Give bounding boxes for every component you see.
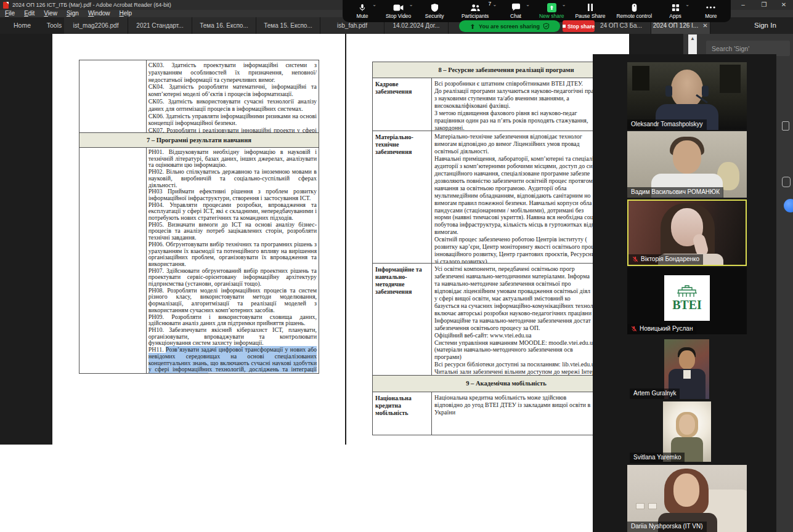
window-title: 2024 ОП 126 ІСТ_ІТБ (Mar).pdf - Adobe Ac… [12,0,171,10]
participant-name-label: Вадим Васильович РОМАНЮК [627,187,723,198]
pdf-paragraph: РН11. Розв’язувати задачі цифрової транс… [148,347,317,373]
pdf-paragraph: СК06. Здатність управляти інформаційними… [148,113,317,127]
close-button[interactable]: ✕ [776,0,792,10]
document-canvas: СК03. Здатність проектувати інформаційні… [0,34,683,532]
chevron-down-icon[interactable]: ⌄ [409,2,413,7]
apps-button[interactable]: ⌄ Apps [663,0,688,22]
ai-assistant-bubble-icon[interactable] [784,199,793,212]
table-cell-rn-results: РН01. Відшуковувати необхідну інформацію… [147,148,319,373]
menu-help[interactable]: Help [120,10,132,17]
table-section-header-8: 8 – Ресурсне забезпечення реалізації про… [373,62,629,78]
doc-tab[interactable]: Тема 15. Експо... [256,17,320,34]
screen-sharing-banner: You are screen sharing [459,20,560,32]
vertical-scrollbar[interactable]: ▲ [688,34,697,57]
share-screen-icon [547,2,556,12]
pdf-paragraph: РН04. Управляти процесами розробки, впро… [148,202,317,222]
chevron-down-icon[interactable]: ⌄ [685,2,689,7]
participant-video[interactable]: Вадим Васильович РОМАНЮК [627,131,747,198]
row-label: Кадрове забезпечення [373,78,432,131]
doc-tab[interactable]: ist_mag2206.pdf [64,17,128,34]
doc-tab[interactable]: Тема 16. Експо... [192,17,256,34]
pause-share-button[interactable]: Pause Share [575,0,605,22]
sharing-status-text: You are screen sharing [479,23,540,30]
security-button[interactable]: Security [422,0,447,22]
more-button[interactable]: More [699,0,723,22]
participant-face [673,140,701,174]
menu-file[interactable]: File [5,10,15,17]
zoom-video-panel: Oleksandr Tomashpolskyy Вадим Васильович… [593,54,776,532]
sign-in-button[interactable]: Sign In [754,17,776,34]
participant-face [679,414,695,435]
tool-panel-icon[interactable] [782,177,791,187]
picture-frame [632,66,649,91]
remote-control-button[interactable]: Remote control [616,0,652,22]
participant-name-label: Вікторія Бондаренко [628,254,703,265]
background-window-white-area [0,445,629,532]
button-label: Apps [669,13,681,19]
chevron-down-icon[interactable]: ⌄ [372,2,376,7]
participant-video[interactable]: Dariia Nyshporska (IT VN) [627,465,747,532]
row-label: Інформаційне та навчально-методичне забе… [373,264,432,375]
participant-video-active-speaker[interactable]: Вікторія Бондаренко [627,200,747,266]
mute-button[interactable]: ⌄ Mute [350,0,375,22]
restore-button[interactable]: ❐ [756,0,772,10]
chat-icon [511,2,521,12]
acrobat-app-icon [3,2,9,9]
minimize-button[interactable]: – [735,0,751,10]
participants-button[interactable]: 7 ⌄ Participants [458,0,492,22]
more-dots-icon [706,2,715,12]
tab-home[interactable]: Home [6,17,38,34]
participant-video[interactable]: ВТЕІ Новицький Руслан [627,267,747,334]
table-section-header-7: 7 – Програмні результати навчання [79,133,319,148]
participant-name-label: Dariia Nyshporska (IT VN) [627,522,707,532]
participants-count-badge: 7 [488,1,491,7]
menu-sign[interactable]: Sign [67,10,79,17]
doc-tab[interactable]: 2021 Стандарт... [128,17,192,34]
pdf-paragraph: СК05. Здатність використовувати сучасні … [148,98,317,113]
pdf-paragraph: РН10. Забезпечувати якісний кіберзахист … [148,327,317,347]
vtei-logo: ВТЕІ [664,275,710,321]
video-camera-icon [393,2,404,12]
scroll-up-arrow-icon[interactable]: ▲ [688,34,697,43]
chat-button[interactable]: ⌄ Chat [503,0,528,22]
table-cell-empty [79,148,147,373]
participant-face [671,70,703,108]
pdf-page-left: СК03. Здатність проектувати інформаційні… [52,34,345,445]
participant-video[interactable]: Svitlana Yaremko [627,400,747,463]
text-selection-highlight: Розв’язувати задачі цифрової трансформац… [148,346,317,373]
svg-text:ВТЕІ: ВТЕІ [672,298,702,312]
pdf-paragraph: СК03. Здатність проектувати інформаційні… [148,62,317,83]
participant-name-label: Новицький Руслан [627,324,696,334]
menu-window[interactable]: Window [88,10,110,17]
stop-share-button[interactable]: Stop share [563,20,595,32]
button-label: Mute [357,13,368,19]
pdf-table-program-results: СК03. Здатність проектувати інформаційні… [79,60,319,374]
muted-mic-icon [632,256,638,262]
table-row: Інформаційне та навчально-методичне забе… [373,264,629,376]
pdf-paragraph: РН07. Здійснювати обгрунтований вибір пр… [148,268,317,288]
participant-video[interactable]: Artem Guralnyk [627,337,747,399]
chevron-down-icon[interactable]: ⌄ [526,2,530,7]
menu-view[interactable]: View [44,10,57,17]
picture-frame [720,65,741,93]
button-label: Security [425,13,444,19]
pdf-paragraph: РН06. Обгрунтовувати вибір технічних та … [148,241,317,268]
participant-video[interactable]: Oleksandr Tomashpolskyy [627,62,747,130]
pdf-paragraph: СК04. Здатність розробляти математичні, … [148,83,317,98]
participant-shirt [683,370,691,379]
button-label: Remote control [616,13,652,19]
close-tab-icon[interactable]: ✕ [701,22,709,30]
chevron-down-icon[interactable]: ⌄ [492,2,497,7]
chevron-down-icon[interactable]: ⌄ [562,2,566,7]
new-share-button[interactable]: ⌄ New share [539,0,564,22]
remote-mouse-icon [632,2,637,12]
pdf-table-resources: 8 – Ресурсне забезпечення реалізації про… [372,62,629,435]
muted-mic-icon [631,326,637,332]
screen: 2024 ОП 126 ІСТ_ІТБ (Mar).pdf - Adobe Ac… [0,0,793,532]
stop-square-icon [563,25,566,28]
stop-video-button[interactable]: ⌄ Stop Video [386,0,411,22]
shield-icon [431,2,439,12]
pdf-paragraph: РН08. Розробляти моделі інформаційних пр… [148,288,317,314]
menu-edit[interactable]: Edit [24,10,35,17]
page-tool-icon[interactable] [782,121,789,131]
